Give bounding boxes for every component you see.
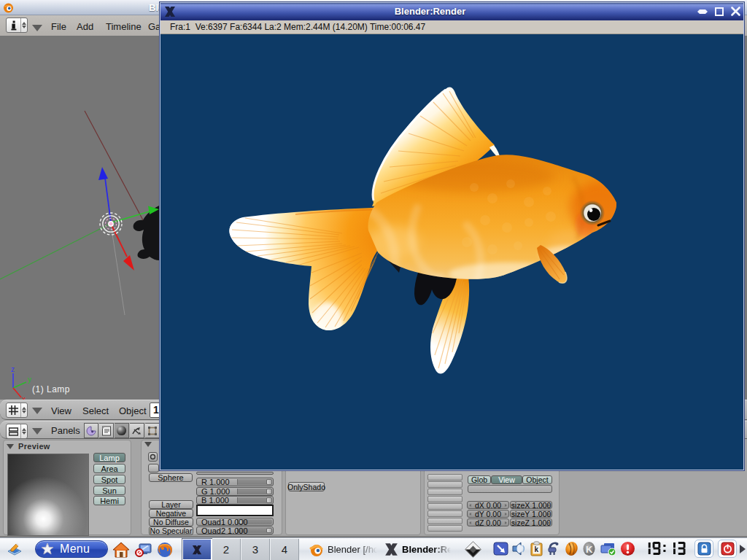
context-shading-button[interactable]: [115, 423, 129, 438]
no-diffuse-button[interactable]: No Diffuse: [149, 518, 193, 526]
lamp-type-spot-button[interactable]: Spot: [93, 475, 125, 484]
firefox-icon[interactable]: [155, 540, 174, 559]
slider-knob[interactable]: [266, 489, 272, 494]
screen-share-icon[interactable]: [134, 541, 152, 559]
dx-field[interactable]: dX 0.00: [467, 501, 509, 509]
increment-icon[interactable]: [505, 513, 507, 516]
tray-klipper-icon[interactable]: k: [529, 541, 544, 556]
texture-channel[interactable]: [427, 496, 462, 502]
decrement-icon[interactable]: [512, 504, 514, 507]
lamp-icon-button[interactable]: [148, 452, 158, 462]
editor-type-spinner[interactable]: [20, 403, 26, 417]
home-icon[interactable]: [112, 541, 130, 559]
menu-collapse-icon[interactable]: [32, 25, 42, 31]
sizey-field[interactable]: sizeY 1.000: [510, 510, 552, 518]
menu-timeline[interactable]: Timeline: [106, 21, 142, 32]
tray-volume-icon[interactable]: [511, 541, 527, 556]
coord-object-button[interactable]: Object: [522, 475, 552, 484]
slider-g[interactable]: G 1.000: [196, 487, 274, 496]
header-collapse-icon[interactable]: [32, 408, 42, 414]
context-object-button[interactable]: [130, 423, 144, 438]
menu-file[interactable]: File: [51, 21, 66, 32]
decrement-icon[interactable]: [469, 504, 471, 507]
notes-launcher-icon[interactable]: [6, 541, 23, 559]
workspace-1[interactable]: [182, 539, 212, 560]
coord-view-button[interactable]: View: [491, 475, 522, 484]
decrement-icon[interactable]: [469, 521, 471, 524]
tray-plug-icon[interactable]: [546, 541, 562, 556]
diamond-icon[interactable]: [464, 540, 482, 559]
render-canvas[interactable]: [160, 34, 743, 470]
lamp-type-sun-button[interactable]: Sun: [93, 486, 125, 495]
increment-icon[interactable]: [548, 521, 550, 524]
dy-field[interactable]: dY 0.00: [467, 510, 509, 518]
menu-object[interactable]: Object: [119, 405, 147, 416]
context-editing-button[interactable]: [145, 423, 160, 438]
slider-knob[interactable]: [266, 479, 272, 485]
quad2-slider[interactable]: Quad2 1.000: [196, 526, 274, 534]
buttons-editor-spinner[interactable]: [20, 424, 26, 438]
buttons-editor-type-button[interactable]: [6, 424, 28, 439]
coord-glob-button[interactable]: Glob: [468, 475, 491, 484]
menu-button[interactable]: Menu: [35, 540, 108, 558]
texture-channel[interactable]: [427, 489, 462, 495]
slider-b[interactable]: B 1.000: [196, 496, 274, 505]
tray-kde-icon[interactable]: K: [581, 541, 597, 556]
workspace-2[interactable]: 2: [212, 539, 241, 560]
lock-screen-button[interactable]: [694, 540, 713, 558]
panel-lamp-collapse-icon[interactable]: [144, 442, 152, 447]
decrement-icon[interactable]: [469, 513, 471, 516]
only-shadow-button[interactable]: OnlyShado: [288, 482, 325, 491]
slider-knob[interactable]: [266, 528, 272, 533]
object-name-field[interactable]: [468, 485, 552, 493]
tray-updates-icon[interactable]: [600, 541, 617, 556]
menu-select[interactable]: Select: [82, 405, 109, 416]
window-type-spinner[interactable]: [20, 18, 26, 32]
dist-button-fragment[interactable]: [148, 464, 159, 472]
tray-warning-icon[interactable]: [620, 541, 635, 556]
texture-channel[interactable]: [427, 503, 462, 510]
sizez-field[interactable]: sizeZ 1.000: [510, 518, 552, 526]
menu-view[interactable]: View: [51, 405, 71, 416]
window-type-button[interactable]: [6, 18, 28, 33]
layer-button[interactable]: Layer: [149, 500, 193, 509]
increment-icon[interactable]: [505, 521, 507, 524]
decrement-icon[interactable]: [512, 521, 514, 524]
increment-icon[interactable]: [505, 504, 507, 507]
texture-channel[interactable]: [427, 474, 462, 481]
workspace-3[interactable]: 3: [241, 539, 270, 560]
editor-type-button[interactable]: [6, 402, 28, 418]
workspace-4[interactable]: 4: [270, 539, 299, 560]
context-logic-button[interactable]: [84, 423, 98, 438]
decrement-icon[interactable]: [512, 513, 514, 516]
texture-channel[interactable]: [427, 481, 462, 488]
slider-r[interactable]: R 1.000: [196, 478, 274, 486]
lamp-type-hemi-button[interactable]: Hemi: [93, 496, 125, 505]
render-window-titlebar[interactable]: Blender:Render: [160, 3, 743, 20]
maximize-button[interactable]: [713, 6, 725, 17]
tray-magnifier-icon[interactable]: [493, 541, 508, 556]
panel-collapse-icon[interactable]: [7, 444, 14, 449]
tray-orange-ball-icon[interactable]: [564, 541, 579, 556]
increment-icon[interactable]: [548, 504, 550, 507]
texture-channel[interactable]: [427, 510, 462, 517]
shutdown-button[interactable]: [718, 540, 737, 558]
negative-button[interactable]: Negative: [149, 509, 193, 518]
lamp-type-lamp-button[interactable]: Lamp: [93, 453, 125, 462]
lamp-type-area-button[interactable]: Area: [93, 464, 125, 473]
menu-add[interactable]: Add: [77, 21, 93, 32]
context-script-button[interactable]: [99, 423, 114, 438]
panel-preview-header[interactable]: Preview: [7, 442, 50, 451]
panels-menu[interactable]: Panels: [51, 425, 80, 436]
energy-slider-fragment[interactable]: [196, 472, 274, 475]
dz-field[interactable]: dZ 0.00: [467, 518, 509, 526]
sizex-field[interactable]: sizeX 1.000: [510, 501, 552, 509]
increment-icon[interactable]: [548, 513, 550, 516]
task-blender-main[interactable]: Blender [/ho: [309, 540, 382, 559]
texture-channel[interactable]: [427, 525, 462, 532]
sphere-button[interactable]: Sphere: [149, 473, 193, 482]
buttons-collapse-icon[interactable]: [32, 428, 42, 435]
task-blender-render[interactable]: Blender:Re: [384, 540, 456, 559]
slider-knob[interactable]: [266, 497, 272, 503]
quad1-slider[interactable]: Quad1 0.000: [196, 518, 274, 526]
